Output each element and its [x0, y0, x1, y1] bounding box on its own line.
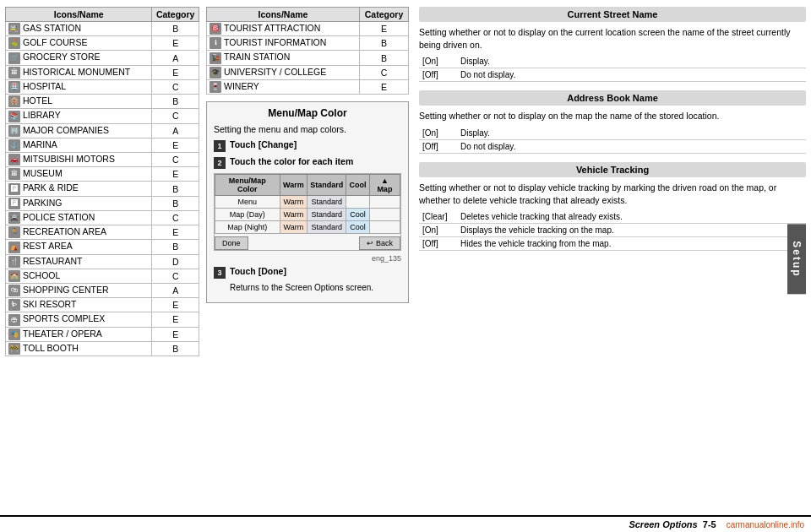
color-row-night-warm[interactable]: Warm — [280, 221, 308, 234]
option-key: [Off] — [419, 140, 457, 154]
address-book-name-block: Address Book Name Setting whether or not… — [419, 90, 806, 154]
row-name: 🍴RESTAURANT — [6, 254, 152, 269]
row-icon: 🏫 — [8, 270, 20, 282]
step-3: 3 Touch [Done] — [214, 266, 401, 279]
row-icon: 🎓 — [210, 67, 221, 79]
row-icon: 🚔 — [8, 212, 20, 224]
step-1: 1 Touch [Change] — [214, 139, 401, 152]
color-row-day-standard[interactable]: Standard — [308, 209, 346, 221]
table-row: 🏛MUSEUM E — [6, 167, 199, 182]
color-row-menu-cool — [346, 196, 370, 209]
row-category: B — [152, 22, 199, 36]
current-street-name-options: [On] Display. [Off] Do not display. — [419, 55, 806, 82]
row-icon: 🏟 — [8, 314, 20, 326]
row-name: 🏥HOSPITAL — [6, 79, 152, 94]
color-row-day-warm[interactable]: Warm — [280, 209, 308, 221]
row-category: E — [152, 167, 199, 182]
row-icon: 🏛 — [8, 168, 20, 180]
row-category: B — [152, 341, 199, 356]
color-row-night-cool[interactable]: Cool — [346, 221, 370, 234]
color-row-night-standard[interactable]: Standard — [308, 221, 346, 234]
vehicle-tracking-title: Vehicle Tracking — [419, 162, 806, 177]
row-name: 🅿PARK & RIDE — [6, 182, 152, 196]
row-category: C — [152, 79, 199, 94]
row-name: ℹTOURIST INFORMATION — [207, 36, 360, 51]
back-button[interactable]: ↩ Back — [359, 236, 400, 250]
row-category: B — [359, 51, 408, 65]
row-category: C — [152, 269, 199, 283]
table-row: 🏥HOSPITAL C — [6, 79, 199, 94]
color-col-map: ▲ Map — [369, 175, 400, 196]
table-row: ℹTOURIST INFORMATION B — [207, 36, 409, 51]
footer-page: 7-5 — [703, 519, 716, 529]
option-key: [On] — [419, 224, 457, 237]
table-row: 🚂TRAIN STATION B — [207, 51, 409, 65]
option-value: Deletes vehicle tracking that already ex… — [457, 210, 806, 224]
table-row: 🚉GAS STATION B — [6, 22, 199, 36]
color-row-day-cool[interactable]: Cool — [346, 209, 370, 221]
row-name: 🚗MITSUBISHI MOTORS — [6, 152, 152, 166]
row-icon: ⚓ — [8, 139, 20, 151]
row-icon: ⛷ — [8, 299, 20, 311]
option-value: Do not display. — [457, 68, 806, 82]
row-category: A — [152, 283, 199, 297]
done-button[interactable]: Done — [215, 236, 248, 250]
color-row-menu-label: Menu — [215, 196, 280, 209]
color-row-menu-standard[interactable]: Standard — [308, 196, 346, 209]
row-name: 🛒GROCERY STORE — [6, 51, 152, 65]
color-col-cool: Cool — [346, 175, 370, 196]
color-table: Menu/Map Color Warm Standard Cool ▲ Map … — [214, 173, 401, 251]
footer-label: Screen Options — [629, 519, 697, 529]
color-row-menu-map — [369, 196, 400, 209]
row-name: 🏛MUSEUM — [6, 167, 152, 182]
row-category: B — [152, 240, 199, 254]
left-table-header-category: Category — [152, 8, 199, 22]
current-street-name-block: Current Street Name Setting whether or n… — [419, 7, 806, 82]
menu-map-color-title: Menu/Map Color — [214, 107, 401, 119]
row-icon: 🛒 — [8, 52, 20, 64]
row-icon: 🏥 — [8, 81, 20, 93]
row-category: E — [359, 22, 408, 36]
row-name: ⛺REST AREA — [6, 240, 152, 254]
row-name: 🎯TOURIST ATTRACTION — [207, 22, 360, 36]
table-row: 🚔POLICE STATION C — [6, 210, 199, 225]
row-name: 🏨HOTEL — [6, 95, 152, 109]
row-category: C — [152, 210, 199, 225]
mid-table-header-name: Icons/Name — [207, 8, 360, 22]
option-row: [On] Displays the vehicle tracking on th… — [419, 224, 806, 237]
option-row: [Clear] Deletes vehicle tracking that al… — [419, 210, 806, 224]
row-icon: 🚉 — [8, 23, 20, 35]
table-row: ⛷SKI RESORT E — [6, 298, 199, 312]
option-key: [On] — [419, 127, 457, 140]
option-value: Display. — [457, 127, 806, 140]
setup-tab: Setup — [787, 224, 806, 294]
color-row-menu-warm[interactable]: Warm — [280, 196, 308, 209]
option-value: Displays the vehicle tracking on the map… — [457, 224, 806, 237]
table-row: 🅿PARK & RIDE B — [6, 182, 199, 196]
table-row: 🅿PARKING B — [6, 196, 199, 210]
row-category: C — [152, 152, 199, 166]
address-book-name-title: Address Book Name — [419, 90, 806, 106]
row-icon: 🏨 — [8, 95, 20, 107]
row-category: C — [359, 65, 408, 79]
address-book-name-options: [On] Display. [Off] Do not display. — [419, 127, 806, 154]
option-value: Hides the vehicle tracking from the map. — [457, 237, 806, 251]
image-caption: eng_135 — [214, 254, 401, 263]
table-row: ⛺REST AREA B — [6, 240, 199, 254]
row-category: E — [152, 298, 199, 312]
table-row: 🚧TOLL BOOTH B — [6, 341, 199, 356]
row-category: B — [152, 196, 199, 210]
right-section: Current Street Name Setting whether or n… — [419, 7, 806, 512]
table-row: 🛍SHOPPING CENTER A — [6, 283, 199, 297]
step-3-text: Touch [Done] — [230, 266, 286, 276]
option-value: Do not display. — [457, 140, 806, 154]
left-table-header-name: Icons/Name — [6, 8, 152, 22]
row-icon: ℹ — [210, 37, 221, 49]
row-name: 🛍SHOPPING CENTER — [6, 283, 152, 297]
color-col-warm: Warm — [280, 175, 308, 196]
row-icon: 📚 — [8, 111, 20, 122]
vehicle-tracking-desc: Setting whether or not to display vehicl… — [419, 182, 806, 206]
row-icon: 🏃 — [8, 226, 20, 238]
color-row-night-map — [369, 221, 400, 234]
table-row: 🏢MAJOR COMPANIES A — [6, 123, 199, 138]
